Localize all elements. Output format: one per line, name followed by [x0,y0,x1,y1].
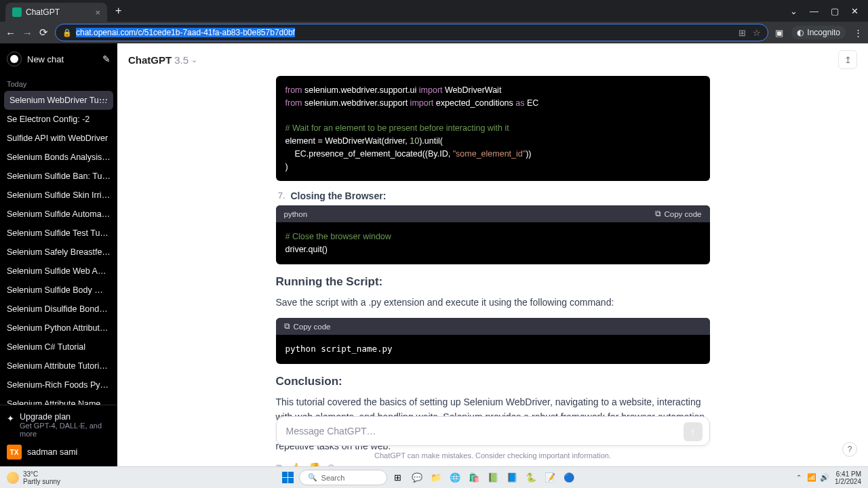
code-content[interactable]: python script_name.py [276,335,710,364]
taskbar-search[interactable]: 🔍 Search [299,470,387,485]
input-area: Message ChatGPT… ↑ [276,416,710,446]
heading-conclusion: Conclusion: [276,375,710,388]
clipboard-icon: ⧉ [655,209,661,218]
avatar: TX [7,445,22,460]
translate-icon[interactable]: ⊞ [738,28,746,38]
start-button[interactable] [280,470,296,486]
code-language: python [284,210,308,218]
thumbs-down-icon[interactable]: 👎 [309,462,320,466]
user-menu[interactable]: TX sadman sami [7,445,111,460]
url-text: chat.openai.com/c/51cede1b-7aad-41fa-ab8… [76,28,734,37]
tab-favicon [12,7,22,17]
sidebar-item[interactable]: Selenium Sulfide Body Wash [0,281,117,300]
help-button[interactable]: ? [842,442,857,457]
minimize-button[interactable]: — [810,6,818,16]
lock-icon: 🔒 [62,28,72,37]
upgrade-button[interactable]: ✦ Upgrade plan Get GPT-4, DALL·E, and mo… [7,412,111,445]
sidebar-item[interactable]: Selenium C# Tutorial [0,338,117,357]
browser-tab[interactable]: ChatGPT × [5,3,107,22]
menu-icon[interactable]: ⋮ [854,28,863,38]
code-block: from selenium.webdriver.support.ui impor… [276,76,710,181]
wifi-icon[interactable]: 📶 [807,473,816,482]
maximize-button[interactable]: ▢ [831,6,839,16]
volume-icon[interactable]: 🔊 [820,473,829,482]
back-button[interactable]: ← [5,27,16,39]
chevron-down-icon[interactable]: ⌄ [191,56,197,64]
model-version[interactable]: 3.5 [174,54,189,66]
tab-close-icon[interactable]: × [95,7,100,18]
copy-code-button[interactable]: ⧉ Copy code [276,318,710,335]
app-icon[interactable]: 📗 [485,470,501,486]
code-content[interactable]: from selenium.webdriver.support.ui impor… [276,76,710,181]
new-tab-button[interactable]: + [115,5,121,17]
sidebar-item[interactable]: Selenium Sulfide Web Automation [0,262,117,281]
sidebar-item[interactable]: Selenium Attribute Name Tutorial [0,394,117,405]
main-header: ChatGPT 3.5 ⌄ ↥ [117,43,868,76]
url-bar: ← → ⟳ 🔒 chat.openai.com/c/51cede1b-7aad-… [0,22,868,43]
incognito-icon: ◐ [797,28,804,37]
thumbs-up-icon[interactable]: 👍 [290,462,301,466]
sidebar-item[interactable]: Selenium WebDriver Tutorial [4,91,113,110]
weather-widget[interactable]: 33°C Partly sunny [7,470,60,485]
chevron-down-icon[interactable]: ⌄ [790,6,797,16]
reload-button[interactable]: ⟳ [39,26,48,39]
taskbar-center: 🔍 Search ⊞ 💬 📁 🌐 🛍️ 📗 📘 🐍 📝 🔵 [64,470,792,486]
main: ChatGPT 3.5 ⌄ ↥ from selenium.webdriver.… [117,43,868,466]
app-icon[interactable]: 📝 [542,470,558,486]
sidebar: New chat ✎ Today Selenium WebDriver Tuto… [0,43,117,466]
chevron-up-icon[interactable]: ⌃ [796,474,802,481]
code-block: ⧉ Copy code python script_name.py [276,318,710,364]
forward-button[interactable]: → [22,27,33,39]
sidebar-item[interactable]: Selenium Sulfide Skin Irritation [0,186,117,205]
model-name[interactable]: ChatGPT [128,54,172,66]
sidebar-item[interactable]: Se Electron Config: -2 [0,110,117,129]
disclaimer: ChatGPT can make mistakes. Consider chec… [374,451,611,460]
chat-icon[interactable]: 💬 [409,470,425,486]
sidebar-item[interactable]: Selenium Sulfide Ban: Tutorial [0,167,117,186]
address-bar[interactable]: 🔒 chat.openai.com/c/51cede1b-7aad-41fa-a… [55,24,768,41]
sidebar-item[interactable]: Selenium Safely Breastfeeding Tu [0,243,117,262]
store-icon[interactable]: 🛍️ [466,470,482,486]
chrome-icon[interactable]: 🔵 [561,470,577,486]
code-header: python ⧉ Copy code [276,205,710,222]
edge-icon[interactable]: 🌐 [447,470,463,486]
paragraph: Save the script with a .py extension and… [276,296,710,310]
window-titlebar: ChatGPT × + ⌄ — ▢ ✕ [0,0,868,22]
extensions-icon[interactable]: ▣ [775,28,783,38]
window-controls: ⌄ — ▢ ✕ [790,6,868,16]
sidebar-item[interactable]: Sulfide API with WebDriver [0,129,117,148]
list-item-7: 7. Closing the Browser: [276,190,710,201]
clipboard-icon[interactable]: ⧉ [276,462,282,466]
tab-title: ChatGPT [26,7,91,17]
explorer-icon[interactable]: 📁 [428,470,444,486]
send-button[interactable]: ↑ [684,422,703,441]
regenerate-icon[interactable]: ⟳ [328,462,336,466]
sidebar-item[interactable]: Selenium Sulfide Automation Tut [0,205,117,224]
copy-code-button[interactable]: ⧉ Copy code [655,209,702,218]
system-tray[interactable]: ⌃ 📶 🔊 6:41 PM 1/2/2024 [796,470,861,485]
compose-icon[interactable]: ✎ [102,54,111,64]
task-view-icon[interactable]: ⊞ [390,470,406,486]
incognito-badge[interactable]: ◐ Incognito [791,26,846,39]
weather-icon [7,472,19,484]
logo-icon[interactable] [7,52,22,66]
sidebar-item[interactable]: Selenium Sulfide Test Tutorial [0,224,117,243]
sidebar-item[interactable]: Selenium Attribute Tutorial Pytho [0,357,117,375]
app-icon[interactable]: 🐍 [523,470,539,486]
close-button[interactable]: ✕ [851,6,859,16]
message-input[interactable]: Message ChatGPT… ↑ [276,416,710,446]
app-icon[interactable]: 📘 [504,470,520,486]
input-placeholder: Message ChatGPT… [286,426,376,436]
conversation[interactable]: from selenium.webdriver.support.ui impor… [117,76,868,466]
sparkle-icon: ✦ [7,413,14,424]
bookmark-icon[interactable]: ☆ [753,28,761,38]
new-chat-button[interactable]: New chat [27,54,97,64]
code-content[interactable]: # Close the browser window driver.quit() [276,222,710,264]
sidebar-item[interactable]: Selenium Bonds Analysis Tutorial [0,148,117,167]
sidebar-item[interactable]: Selenium Python Attribute Tutori [0,319,117,338]
taskbar: 33°C Partly sunny 🔍 Search ⊞ 💬 📁 🌐 🛍️ 📗 … [0,466,868,488]
share-button[interactable]: ↥ [838,50,857,69]
sidebar-item[interactable]: Selenium Disulfide Bonds Tutorial [0,300,117,319]
sidebar-item[interactable]: Selenium-Rich Foods Python Scr [0,375,117,394]
feedback-bar: ⧉ 👍 👎 ⟳ [276,462,710,466]
